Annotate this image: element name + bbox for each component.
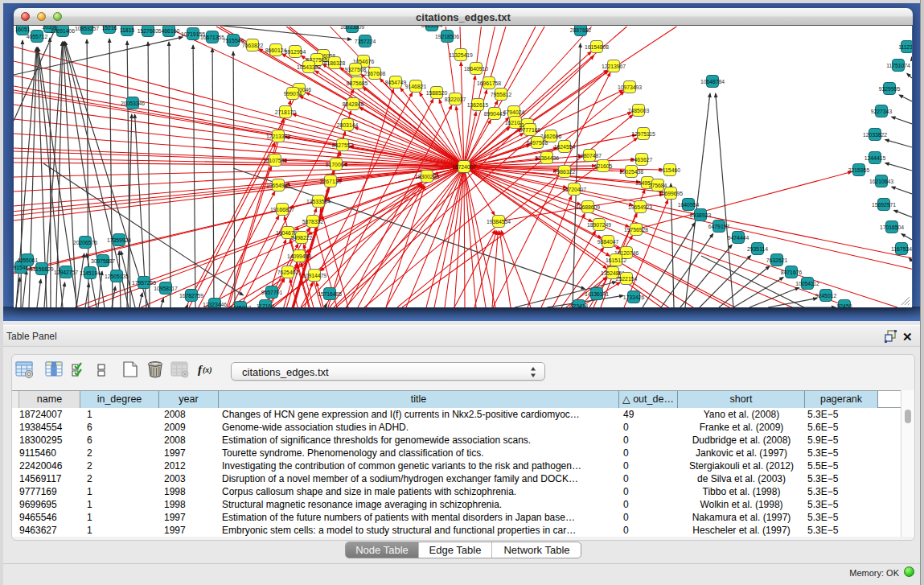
svg-text:1733426: 1733426 xyxy=(623,295,645,300)
svg-text:19654923: 19654923 xyxy=(628,204,652,210)
svg-text:19756928: 19756928 xyxy=(624,227,648,233)
svg-text:14099489: 14099489 xyxy=(287,253,311,259)
svg-text:9657791: 9657791 xyxy=(261,290,283,295)
svg-text:17016504: 17016504 xyxy=(880,225,904,230)
svg-text:8912954: 8912954 xyxy=(285,49,306,55)
svg-text:18907249: 18907249 xyxy=(587,222,611,228)
svg-text:7986322: 7986322 xyxy=(554,169,576,175)
svg-text:16154808: 16154808 xyxy=(585,44,609,50)
svg-text:8660124: 8660124 xyxy=(265,47,287,53)
svg-text:10648784: 10648784 xyxy=(700,79,725,84)
svg-text:1527602: 1527602 xyxy=(138,28,159,34)
svg-text:6479197: 6479197 xyxy=(708,224,730,229)
svg-text:8813054: 8813054 xyxy=(421,26,443,28)
svg-text:7357224: 7357224 xyxy=(355,39,376,44)
svg-text:7485003: 7485003 xyxy=(628,108,650,113)
svg-text:999074: 999074 xyxy=(284,91,302,97)
svg-text:9327508: 9327508 xyxy=(345,67,367,72)
svg-text:3267130: 3267130 xyxy=(320,179,342,184)
svg-text:7955812: 7955812 xyxy=(491,92,512,97)
svg-text:10699695: 10699695 xyxy=(659,191,683,196)
svg-text:8938923: 8938923 xyxy=(690,212,712,218)
svg-text:16782759: 16782759 xyxy=(179,293,203,299)
svg-text:5498222: 5498222 xyxy=(291,235,313,241)
svg-text:6466160: 6466160 xyxy=(158,28,180,34)
svg-text:8990443: 8990443 xyxy=(484,111,506,117)
svg-text:10107544: 10107544 xyxy=(263,158,287,163)
svg-text:4055061: 4055061 xyxy=(17,257,39,263)
svg-text:12213383: 12213383 xyxy=(266,134,290,139)
svg-text:8454749: 8454749 xyxy=(385,80,407,85)
svg-text:15216: 15216 xyxy=(102,26,117,31)
svg-text:1145194: 1145194 xyxy=(80,270,101,276)
svg-text:275684: 275684 xyxy=(649,183,667,188)
svg-text:7515546: 7515546 xyxy=(223,38,244,43)
svg-text:15692971: 15692971 xyxy=(872,202,896,208)
svg-text:12975115: 12975115 xyxy=(631,131,655,137)
svg-text:5878332: 5878332 xyxy=(302,219,324,225)
svg-text:1588520: 1588520 xyxy=(426,90,448,96)
svg-text:16961758: 16961758 xyxy=(477,80,501,86)
svg-text:12323446: 12323446 xyxy=(203,302,227,307)
svg-text:30975887: 30975887 xyxy=(91,258,115,264)
svg-text:9463627: 9463627 xyxy=(631,157,653,163)
svg-text:19166827: 19166827 xyxy=(270,207,294,212)
svg-text:10025438: 10025438 xyxy=(619,169,643,175)
svg-text:8186328: 8186328 xyxy=(324,60,346,66)
svg-text:18724007: 18724007 xyxy=(452,164,476,170)
svg-text:18640910: 18640910 xyxy=(464,66,488,72)
svg-text:1640954: 1640954 xyxy=(678,202,700,208)
svg-text:621605: 621605 xyxy=(594,163,613,169)
svg-text:9170064: 9170064 xyxy=(326,162,347,167)
svg-text:11751074: 11751074 xyxy=(886,63,910,68)
svg-text:13533594: 13533594 xyxy=(306,199,331,204)
svg-text:2367608: 2367608 xyxy=(364,71,386,76)
svg-text:8427552: 8427552 xyxy=(332,142,354,148)
svg-text:6497508: 6497508 xyxy=(527,140,548,146)
svg-text:1615112: 1615112 xyxy=(606,257,626,263)
svg-text:17359924: 17359924 xyxy=(107,237,131,243)
svg-text:2935114: 2935114 xyxy=(747,246,768,252)
svg-text:4055712: 4055712 xyxy=(27,34,48,39)
svg-text:18300295: 18300295 xyxy=(415,174,439,179)
svg-text:9146821: 9146821 xyxy=(405,84,427,89)
svg-text:117164: 117164 xyxy=(257,303,274,307)
svg-text:9474444: 9474444 xyxy=(728,235,749,241)
svg-text:9245012: 9245012 xyxy=(230,305,252,307)
svg-text:14136141: 14136141 xyxy=(585,291,609,297)
svg-text:21364436: 21364436 xyxy=(535,155,559,161)
svg-text:10914479: 10914479 xyxy=(302,273,326,278)
svg-text:10054112: 10054112 xyxy=(795,281,819,286)
svg-text:111234: 111234 xyxy=(898,44,912,50)
svg-text:8322037: 8322037 xyxy=(445,97,466,102)
svg-text:15720407: 15720407 xyxy=(562,187,586,192)
svg-text:11325419: 11325419 xyxy=(449,52,473,58)
svg-text:12505135: 12505135 xyxy=(105,274,129,279)
svg-text:11815: 11815 xyxy=(120,27,135,33)
svg-text:1244415: 1244415 xyxy=(864,155,886,161)
svg-text:15716485: 15716485 xyxy=(318,291,342,297)
svg-text:8242848: 8242848 xyxy=(343,101,364,107)
svg-text:17957255: 17957255 xyxy=(132,280,156,286)
svg-text:9115460: 9115460 xyxy=(659,167,680,173)
svg-text:20691406: 20691406 xyxy=(51,28,75,34)
svg-text:1824554: 1824554 xyxy=(554,144,576,150)
svg-text:9227343: 9227343 xyxy=(871,109,893,114)
svg-text:9329995: 9329995 xyxy=(879,86,901,92)
svg-text:16671355: 16671355 xyxy=(200,35,224,40)
svg-text:92450: 92450 xyxy=(837,303,852,307)
svg-text:(x): (x) xyxy=(203,365,212,375)
svg-text:12213967: 12213967 xyxy=(602,64,626,69)
svg-text:16210643: 16210643 xyxy=(869,179,893,184)
svg-text:9245012: 9245012 xyxy=(815,293,837,299)
svg-text:123414: 123414 xyxy=(570,303,589,307)
svg-text:20206576: 20206576 xyxy=(73,240,97,245)
svg-text:10688609: 10688609 xyxy=(576,204,600,210)
svg-text:10958117: 10958117 xyxy=(154,286,178,291)
svg-text:1167534: 1167534 xyxy=(891,246,912,252)
svg-text:10654983: 10654983 xyxy=(266,183,290,188)
svg-text:8875685: 8875685 xyxy=(347,80,368,86)
svg-text:7632621: 7632621 xyxy=(766,257,788,263)
svg-text:10853257: 10853257 xyxy=(75,26,99,31)
svg-text:2803144: 2803144 xyxy=(337,122,359,128)
